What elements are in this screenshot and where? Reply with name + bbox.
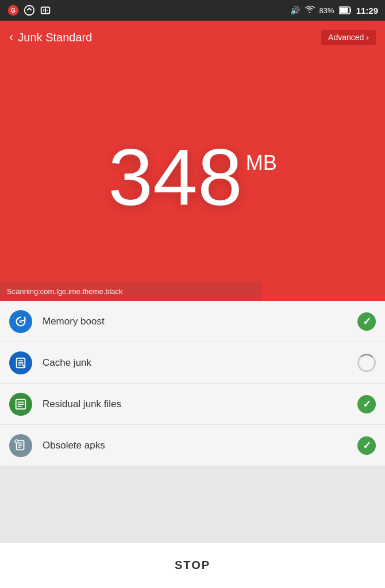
memory-boost-check: ✓: [357, 312, 376, 331]
hero-section: 348 MB Scanning:com.lge.ime.theme.black: [0, 54, 385, 301]
residual-junk-check: ✓: [357, 395, 376, 413]
residual-icon-svg: [14, 398, 27, 411]
battery-percent: 83%: [319, 6, 334, 15]
cache-junk-icon: [9, 351, 32, 374]
list-section: Memory boost ✓ Cache junk Residual junk …: [0, 301, 385, 466]
memory-icon-svg: [14, 315, 27, 328]
residual-junk-icon: [9, 393, 32, 416]
battery-icon: [339, 6, 352, 14]
size-display: 348 MB: [108, 137, 277, 218]
back-button[interactable]: ‹: [9, 30, 13, 45]
header: ‹ Junk Standard Advanced ›: [0, 21, 385, 54]
memory-boost-label: Memory boost: [43, 316, 357, 327]
svg-point-4: [309, 12, 310, 13]
status-bar-right: 🔊 83% 11:29: [290, 5, 378, 16]
sound-icon: 🔊: [290, 6, 300, 15]
residual-junk-label: Residual junk files: [43, 399, 357, 410]
obsolete-icon-svg: [14, 439, 27, 452]
bottom-area: STOP: [0, 542, 385, 588]
scanning-bar: Scanning:com.lge.ime.theme.black: [0, 281, 262, 301]
svg-text:G: G: [11, 7, 16, 14]
page-title: Junk Standard: [18, 31, 92, 44]
cache-icon-svg: [14, 357, 27, 369]
obsolete-apks-label: Obsolete apks: [43, 440, 357, 451]
status-time: 11:29: [356, 6, 378, 16]
size-unit: MB: [246, 151, 277, 175]
wifi-icon: [305, 5, 315, 16]
obsolete-apks-check: ✓: [357, 436, 376, 455]
stop-button[interactable]: STOP: [0, 543, 385, 588]
svg-point-11: [15, 439, 18, 443]
cache-junk-label: Cache junk: [43, 357, 357, 369]
status-bar: G 🔊 83% 11:29: [0, 0, 385, 21]
scanning-text: Scanning:com.lge.ime.theme.black: [7, 287, 123, 296]
list-item-residual-junk[interactable]: Residual junk files ✓: [0, 384, 385, 425]
svg-rect-6: [340, 8, 348, 13]
obsolete-apks-icon: [9, 434, 32, 457]
size-number: 348: [108, 137, 242, 218]
app-icon-3: [39, 4, 52, 17]
status-bar-left: G: [7, 4, 52, 17]
list-item-memory-boost[interactable]: Memory boost ✓: [0, 301, 385, 342]
app-icon-1: G: [7, 4, 20, 17]
svg-point-2: [25, 6, 34, 16]
list-item-cache-junk[interactable]: Cache junk: [0, 342, 385, 384]
advanced-button[interactable]: Advanced ›: [321, 30, 376, 45]
svg-point-7: [19, 320, 22, 323]
memory-boost-icon: [9, 310, 32, 333]
list-item-obsolete-apks[interactable]: Obsolete apks ✓: [0, 425, 385, 466]
cache-junk-loading: [357, 354, 376, 372]
app-icon-2: [23, 4, 36, 17]
header-left: ‹ Junk Standard: [9, 30, 92, 45]
